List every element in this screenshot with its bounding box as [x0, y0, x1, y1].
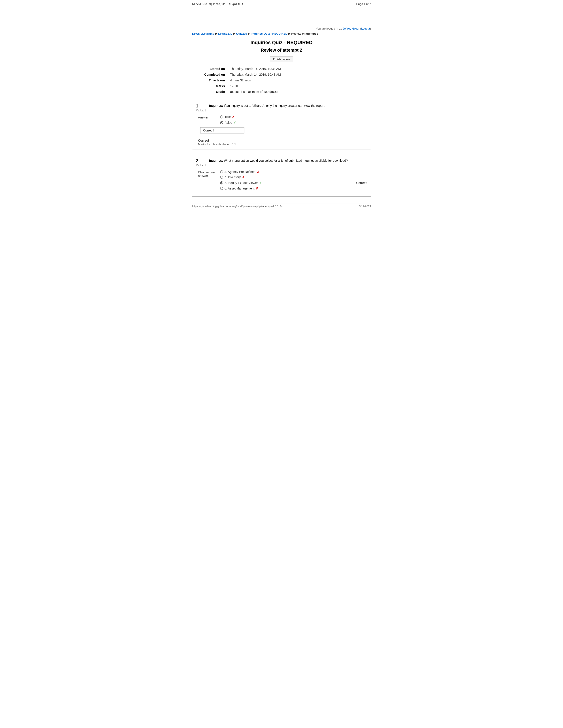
question-1-answer-section: Answer: True ✗ False ✔ — [196, 115, 367, 125]
question-2-check-c: ✔ — [259, 181, 262, 185]
user-link[interactable]: Jeffrey Greer — [343, 27, 360, 30]
question-2-option-d-row: d. Asset Management ✗ — [220, 187, 367, 190]
started-on-label: Started on — [192, 66, 227, 72]
summary-row-grade: Grade 85 out of a maximum of 100 (85%) — [192, 89, 371, 95]
question-1-number-area: 1 Marks: 1 — [196, 103, 209, 112]
question-2-option-c-left: c. Inquiry Extract Viewer ✔ — [220, 181, 262, 185]
login-text: You are logged in as — [316, 27, 343, 30]
grade-percent: 85% — [270, 90, 276, 94]
question-1-option-true-text: True — [224, 115, 231, 119]
question-2-radio-c — [220, 181, 223, 184]
question-2-body: What menu option would you select for a … — [224, 159, 348, 162]
question-1-marks: Marks: 1 — [196, 109, 206, 112]
footer-url: https://dpaselearning.golearportal.org/m… — [192, 205, 283, 208]
finish-review-button[interactable]: Finish review — [270, 56, 293, 62]
quiz-subtitle: Review of attempt 2 — [192, 48, 371, 53]
question-2-radio-a — [220, 170, 223, 173]
question-2-options: a. Agency Pre-Defined ✗ b. Inventory ✗ c… — [220, 170, 367, 190]
header-page: Page 1 of 7 — [356, 2, 371, 6]
breadcrumb: DPAS eLearning ▶ DPAS1130 ▶ Quizzes ▶ In… — [192, 32, 371, 35]
question-2-choose-section: Choose oneanswer. a. Agency Pre-Defined … — [196, 170, 367, 190]
question-1-body: If an inquiry is set to "Shared", only t… — [224, 104, 325, 107]
page-header: DPAS1130: Inquiries Quiz - REQUIRED Page… — [192, 2, 371, 7]
question-2-subject: Inquiries: — [209, 159, 223, 162]
question-2-block: 2 Marks: 1 Inquiries: What menu option w… — [192, 155, 371, 197]
started-on-value: Thursday, March 14, 2019, 10:38 AM — [227, 66, 371, 72]
question-2-option-b-text: b. Inventory — [224, 175, 241, 179]
question-1-correct-box: Correct! — [200, 127, 244, 133]
page-footer: https://dpaselearning.golearportal.org/m… — [192, 203, 371, 208]
question-2-cross-b: ✗ — [242, 175, 244, 179]
question-2-option-c-text: c. Inquiry Extract Viewer — [224, 181, 258, 185]
breadcrumb-sep-3: ▶ — [248, 32, 251, 35]
breadcrumb-sep-2: ▶ — [233, 32, 236, 35]
completed-on-label: Completed on — [192, 72, 227, 77]
question-2-number: 2 — [196, 158, 209, 163]
completed-on-value: Thursday, March 14, 2019, 10:43 AM — [227, 72, 371, 77]
question-2-cross-a: ✗ — [257, 170, 259, 174]
breadcrumb-sep-1: ▶ — [215, 32, 218, 35]
question-1-check-false: ✔ — [233, 120, 236, 125]
breadcrumb-current: Review of attempt 2 — [291, 32, 318, 35]
question-1-answer-options: True ✗ False ✔ — [220, 115, 236, 125]
breadcrumb-link-4[interactable]: Inquiries Quiz - REQUIRED — [251, 32, 288, 35]
question-1-result-label: Correct — [198, 139, 367, 142]
question-2-correct-c: Correct! — [356, 181, 367, 185]
question-1-option-true: True ✗ — [220, 115, 236, 119]
question-2-radio-d — [220, 187, 223, 190]
summary-row-marks: Marks 17/20 — [192, 83, 371, 89]
question-1-option-false: False ✔ — [220, 120, 236, 125]
grade-value: 85 out of a maximum of 100 (85%) — [227, 89, 371, 95]
question-2-option-c-row: c. Inquiry Extract Viewer ✔ Correct! — [220, 181, 367, 185]
question-1-answer-label: Answer: — [198, 115, 220, 119]
breadcrumb-sep-4: ▶ — [289, 32, 292, 35]
question-2-radio-b — [220, 176, 223, 179]
question-1-result-detail: Marks for this submission: 1/1. — [198, 143, 367, 146]
summary-row-time: Time taken 4 mins 32 secs — [192, 77, 371, 83]
question-1-subject: Inquiries: — [209, 104, 223, 107]
question-2-choose-label: Choose oneanswer. — [198, 170, 220, 178]
summary-row-completed: Completed on Thursday, March 14, 2019, 1… — [192, 72, 371, 77]
summary-row-started: Started on Thursday, March 14, 2019, 10:… — [192, 66, 371, 72]
marks-value: 17/20 — [227, 83, 371, 89]
finish-review-container: Finish review — [192, 56, 371, 62]
time-taken-label: Time taken — [192, 77, 227, 83]
top-spacer — [192, 9, 371, 27]
header-title: DPAS1130: Inquiries Quiz - REQUIRED — [192, 2, 243, 6]
question-1-correct-box-container: Correct! — [198, 127, 367, 136]
grade-number: 85 — [230, 90, 234, 94]
time-taken-value: 4 mins 32 secs — [227, 77, 371, 83]
question-1-number: 1 — [196, 103, 209, 109]
question-1-option-false-text: False — [224, 121, 232, 124]
marks-label: Marks — [192, 83, 227, 89]
question-1-cross-true: ✗ — [232, 115, 235, 119]
question-1-text: Inquiries: If an inquiry is set to "Shar… — [209, 103, 325, 108]
question-1-result: Correct Marks for this submission: 1/1. — [198, 139, 367, 146]
footer-date: 3/14/2019 — [359, 205, 371, 208]
question-1-header: 1 Marks: 1 Inquiries: If an inquiry is s… — [196, 103, 367, 112]
question-2-text: Inquiries: What menu option would you se… — [209, 158, 348, 163]
logout-link[interactable]: Logout — [361, 27, 370, 30]
question-2-option-d-text: d. Asset Management — [224, 187, 254, 190]
login-info: You are logged in as Jeffrey Greer (Logo… — [192, 27, 371, 30]
question-2-number-area: 2 Marks: 1 — [196, 158, 209, 167]
question-2-option-d-left: d. Asset Management ✗ — [220, 187, 258, 190]
breadcrumb-link-3[interactable]: Quizzes — [236, 32, 247, 35]
question-2-option-b-row: b. Inventory ✗ — [220, 175, 367, 179]
question-2-option-a-row: a. Agency Pre-Defined ✗ — [220, 170, 367, 174]
question-2-option-a-left: a. Agency Pre-Defined ✗ — [220, 170, 259, 174]
question-1-radio-true — [220, 115, 223, 118]
question-1-radio-false — [220, 121, 223, 124]
question-2-marks: Marks: 1 — [196, 164, 206, 167]
question-2-option-a-text: a. Agency Pre-Defined — [224, 170, 255, 174]
breadcrumb-link-2[interactable]: DPAS1130 — [218, 32, 232, 35]
question-1-block: 1 Marks: 1 Inquiries: If an inquiry is s… — [192, 100, 371, 150]
question-2-option-b-left: b. Inventory ✗ — [220, 175, 244, 179]
summary-table: Started on Thursday, March 14, 2019, 10:… — [192, 66, 371, 95]
grade-label: Grade — [192, 89, 227, 95]
question-2-cross-d: ✗ — [256, 187, 258, 190]
question-2-header: 2 Marks: 1 Inquiries: What menu option w… — [196, 158, 367, 167]
breadcrumb-link-1[interactable]: DPAS eLearning — [192, 32, 214, 35]
quiz-title: Inquiries Quiz - REQUIRED — [192, 40, 371, 45]
